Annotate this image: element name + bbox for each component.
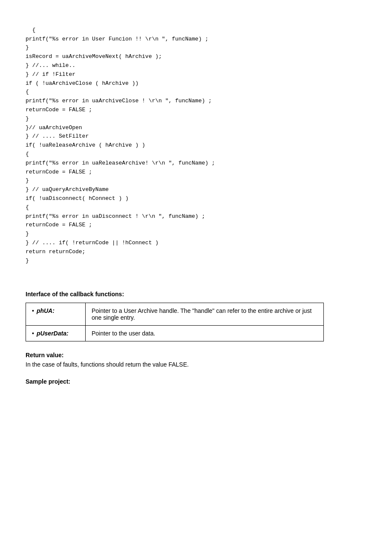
interface-heading: Interface of the callback functions:: [26, 291, 366, 298]
return-heading: Return value:: [26, 352, 366, 358]
param-name-phua: phUA:: [37, 307, 55, 314]
sample-section: Sample project:: [26, 378, 366, 385]
sample-heading: Sample project:: [26, 378, 366, 385]
param-name-puserdata: pUserData:: [37, 330, 69, 337]
table-row-puserdata: • pUserData: Pointer to the user data.: [26, 326, 324, 341]
return-section: Return value: In the case of faults, fun…: [26, 352, 366, 368]
code-line-1: { printf("%s error in User Funcion !! \r…: [26, 27, 215, 264]
bullet-phua: •: [32, 307, 34, 314]
desc-cell-phua: Pointer to a User Archive handle. The "h…: [86, 303, 324, 326]
params-table: • phUA: Pointer to a User Archive handle…: [26, 303, 324, 341]
return-text: In the case of faults, functions should …: [26, 361, 366, 368]
code-block: { printf("%s error in User Funcion !! \r…: [26, 17, 366, 265]
table-row-phua: • phUA: Pointer to a User Archive handle…: [26, 303, 324, 326]
bullet-puserdata: •: [32, 330, 34, 337]
param-cell-puserdata: • pUserData:: [26, 326, 86, 341]
desc-cell-puserdata: Pointer to the user data.: [86, 326, 324, 341]
interface-section: Interface of the callback functions: • p…: [26, 291, 366, 341]
param-cell-phua: • phUA:: [26, 303, 86, 326]
